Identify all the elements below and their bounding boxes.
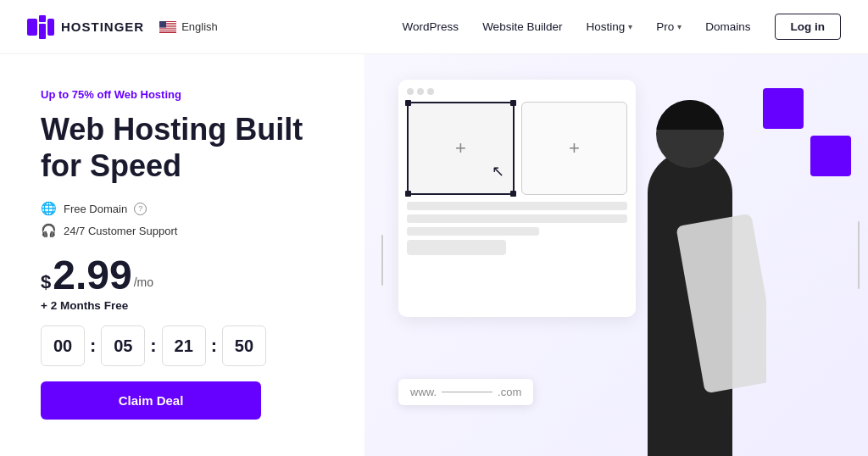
purple-squares-decoration bbox=[763, 88, 851, 183]
dot-3 bbox=[427, 88, 434, 95]
handle-tr bbox=[510, 100, 516, 106]
headset-icon: 🎧 bbox=[41, 223, 57, 238]
hero-right: + ↖ + www. .com bbox=[364, 54, 868, 456]
handle-tl bbox=[405, 100, 411, 106]
purple-sq-2 bbox=[810, 88, 851, 129]
dot-1 bbox=[407, 88, 414, 95]
language-selector[interactable]: English bbox=[159, 20, 218, 33]
person-hair bbox=[656, 100, 724, 130]
handle-br bbox=[510, 191, 516, 197]
bar-3 bbox=[407, 227, 539, 236]
bar-btn bbox=[407, 240, 506, 255]
person-figure bbox=[631, 100, 766, 456]
login-button[interactable]: Log in bbox=[775, 14, 842, 40]
nav-hosting[interactable]: Hosting ▾ bbox=[586, 20, 632, 33]
feature-free-domain-label: Free Domain bbox=[64, 203, 127, 215]
svg-rect-1 bbox=[39, 15, 46, 22]
handle-bl bbox=[405, 191, 411, 197]
nav-pro[interactable]: Pro ▾ bbox=[656, 20, 682, 33]
domain-input-line bbox=[442, 392, 492, 393]
feature-free-domain: 🌐 Free Domain ? bbox=[41, 201, 337, 216]
purple-sq-1 bbox=[763, 88, 804, 129]
logo-text: HOSTINGER bbox=[61, 19, 144, 34]
purple-sq-3 bbox=[763, 136, 804, 176]
svg-rect-11 bbox=[159, 21, 166, 28]
price-period: /mo bbox=[134, 275, 153, 289]
countdown-sep-3: : bbox=[211, 335, 217, 357]
feature-support: 🎧 24/7 Customer Support bbox=[41, 223, 337, 238]
mockup-cards: + ↖ + bbox=[407, 102, 627, 195]
countdown-minutes: 05 bbox=[101, 325, 145, 366]
countdown-seconds: 21 bbox=[162, 325, 206, 366]
person-head bbox=[656, 100, 724, 168]
price-bonus: + 2 Months Free bbox=[41, 299, 337, 312]
features-list: 🌐 Free Domain ? 🎧 24/7 Customer Support bbox=[41, 201, 337, 238]
price-dollar: $ bbox=[41, 268, 51, 296]
bar-1 bbox=[407, 202, 627, 210]
dot-2 bbox=[417, 88, 424, 95]
flag-icon bbox=[159, 21, 176, 33]
nav-domains[interactable]: Domains bbox=[705, 20, 750, 33]
domain-prefix: www. bbox=[410, 386, 437, 398]
claim-deal-button[interactable]: Claim Deal bbox=[41, 381, 261, 420]
countdown-ms: 50 bbox=[222, 325, 266, 366]
bar-2 bbox=[407, 214, 627, 223]
main-nav: WordPress Website Builder Hosting ▾ Pro … bbox=[403, 14, 841, 40]
countdown-sep-2: : bbox=[150, 335, 156, 357]
svg-rect-3 bbox=[47, 19, 54, 36]
plus-icon: + bbox=[455, 137, 466, 159]
svg-rect-9 bbox=[159, 29, 176, 30]
cursor-icon: ↖ bbox=[492, 162, 504, 181]
globe-icon: 🌐 bbox=[41, 201, 57, 216]
domain-bar: www. .com bbox=[398, 379, 533, 405]
plus-icon-2: + bbox=[569, 137, 580, 159]
logo-icon bbox=[27, 15, 54, 39]
countdown-timer: 00 : 05 : 21 : 50 bbox=[41, 325, 337, 366]
logo[interactable]: HOSTINGER bbox=[27, 15, 144, 39]
svg-rect-10 bbox=[159, 31, 176, 31]
hero-left: Up to 75% off Web Hosting Web Hosting Bu… bbox=[0, 54, 364, 456]
mockup-card-left: + ↖ bbox=[407, 102, 515, 195]
free-domain-info-icon[interactable]: ? bbox=[134, 203, 147, 215]
purple-sq-4 bbox=[810, 136, 851, 176]
countdown-hours: 00 bbox=[41, 325, 85, 366]
price-section: $ 2.99 /mo + 2 Months Free bbox=[41, 255, 337, 312]
promo-badge: Up to 75% off Web Hosting bbox=[41, 88, 337, 101]
hosting-chevron: ▾ bbox=[628, 22, 632, 31]
svg-rect-2 bbox=[39, 24, 46, 39]
svg-rect-0 bbox=[27, 19, 37, 36]
promo-percent: 75% bbox=[72, 88, 94, 101]
ui-mockup: + ↖ + bbox=[398, 80, 636, 317]
mockup-dots bbox=[407, 88, 627, 95]
pro-chevron: ▾ bbox=[677, 22, 682, 31]
countdown-sep-1: : bbox=[90, 335, 96, 357]
price-amount: 2.99 bbox=[53, 255, 131, 296]
vertical-line-left bbox=[381, 235, 383, 286]
mockup-bars bbox=[407, 202, 627, 255]
feature-support-label: 24/7 Customer Support bbox=[64, 225, 177, 237]
nav-website-builder[interactable]: Website Builder bbox=[482, 20, 562, 33]
mockup-card-right: + bbox=[521, 102, 627, 195]
language-label: English bbox=[181, 20, 218, 33]
nav-wordpress[interactable]: WordPress bbox=[403, 20, 459, 33]
hero-headline: Web Hosting Built for Speed bbox=[41, 111, 337, 184]
domain-suffix: .com bbox=[498, 386, 521, 398]
vertical-line-right bbox=[858, 221, 860, 289]
